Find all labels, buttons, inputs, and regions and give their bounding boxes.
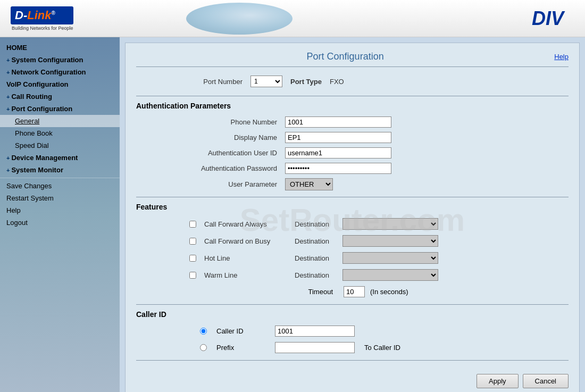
display-name-input[interactable] [285, 132, 391, 143]
content-area: SetRouter.com Port Configuration Help Po… [125, 43, 580, 392]
dest-label-3: Destination [295, 254, 337, 262]
port-type-value: FXO [330, 78, 344, 86]
sidebar-item-help[interactable]: Help [0, 204, 120, 216]
timeout-unit: (In seconds) [370, 288, 408, 296]
warm-line-label: Warm Line [204, 271, 289, 279]
phone-number-input[interactable] [285, 116, 391, 128]
call-forward-always-dest[interactable] [342, 218, 438, 230]
dest-label-2: Destination [295, 237, 337, 245]
sidebar-item-restart-system[interactable]: Restart System [0, 192, 120, 204]
port-number-row: Port Number 1 2 Port Type FXO [136, 71, 569, 91]
button-row: Apply Cancel [136, 369, 569, 388]
warm-line-row: Warm Line Destination [189, 266, 569, 283]
caller-id-section-title: Caller ID [136, 310, 569, 319]
sidebar-item-general[interactable]: General [0, 115, 120, 127]
timeout-row: Timeout (In seconds) [189, 283, 569, 300]
logo-tagline: Building Networks for People [12, 26, 73, 31]
warm-line-checkbox[interactable] [189, 272, 196, 279]
sidebar-item-call-routing[interactable]: +Call Routing [0, 90, 120, 103]
call-forward-always-checkbox[interactable] [189, 221, 196, 228]
hot-line-row: Hot Line Destination [189, 249, 569, 266]
help-link[interactable]: Help [554, 53, 569, 61]
user-parameter-label: User Parameter [136, 180, 285, 188]
phone-number-label: Phone Number [136, 118, 285, 126]
hot-line-dest[interactable] [342, 252, 438, 264]
user-parameter-select[interactable]: OTHER PHONE [285, 178, 333, 190]
logo-wrapper: D-Link® Building Networks for People [11, 6, 73, 31]
cancel-button[interactable]: Cancel [523, 374, 569, 388]
prefix-row: Prefix To Caller ID [136, 339, 569, 356]
auth-password-label: Authentication Password [136, 164, 285, 172]
caller-id-input[interactable] [275, 326, 355, 337]
logo: D-Link® [11, 6, 73, 24]
call-forward-busy-checkbox[interactable] [189, 238, 196, 245]
sidebar-item-save-changes[interactable]: Save Changes [0, 180, 120, 192]
layout: HOME +System Configuration +Network Conf… [0, 37, 585, 392]
hot-line-checkbox[interactable] [189, 255, 196, 262]
sidebar-item-system-monitor[interactable]: +System Monitor [0, 164, 120, 176]
auth-password-input[interactable] [285, 163, 391, 174]
prefix-input[interactable] [275, 342, 355, 353]
header: D-Link® Building Networks for People DIV [0, 0, 585, 37]
call-forward-always-label: Call Forward Always [204, 220, 289, 228]
sidebar-item-phone-book[interactable]: Phone Book [0, 127, 120, 139]
sidebar-item-network-config[interactable]: +Network Configuration [0, 66, 120, 78]
auth-password-row: Authentication Password [136, 161, 569, 176]
port-type-label: Port Type [290, 78, 322, 86]
main-content: SetRouter.com Port Configuration Help Po… [120, 37, 585, 392]
user-parameter-row: User Parameter OTHER PHONE [136, 176, 569, 193]
dest-label-1: Destination [295, 220, 337, 228]
port-number-label: Port Number [136, 78, 243, 86]
auth-section-title: Authentication Parameters [136, 102, 569, 110]
to-caller-id-label: To Caller ID [364, 344, 400, 352]
timeout-label: Timeout [243, 288, 338, 296]
display-name-label: Display Name [136, 134, 285, 141]
call-forward-busy-label: Call Forward on Busy [204, 237, 289, 245]
apply-button[interactable]: Apply [477, 374, 519, 388]
phone-number-row: Phone Number [136, 114, 569, 130]
display-name-row: Display Name [136, 130, 569, 145]
auth-user-id-label: Authentication User ID [136, 149, 285, 157]
sidebar-item-system-config[interactable]: +System Configuration [0, 54, 120, 66]
prefix-radio[interactable] [200, 344, 207, 351]
call-forward-always-row: Call Forward Always Destination [189, 215, 569, 232]
prefix-label: Prefix [216, 344, 259, 352]
auth-user-id-input[interactable] [285, 147, 391, 159]
warm-line-dest[interactable] [342, 269, 438, 281]
header-title: DIV [532, 7, 564, 30]
page-title: Port Configuration [136, 51, 554, 62]
caller-id-radio[interactable] [200, 328, 207, 335]
timeout-input[interactable] [344, 286, 365, 297]
sidebar-item-speed-dial[interactable]: Speed Dial [0, 139, 120, 152]
caller-id-row: Caller ID [136, 323, 569, 339]
caller-id-label: Caller ID [216, 327, 259, 335]
sidebar-item-home[interactable]: HOME [0, 41, 120, 54]
header-globe-decoration [186, 3, 292, 35]
call-forward-busy-row: Call Forward on Busy Destination [189, 232, 569, 249]
call-forward-busy-dest[interactable] [342, 235, 438, 247]
sidebar: HOME +System Configuration +Network Conf… [0, 37, 120, 392]
features-section-title: Features [136, 203, 569, 211]
auth-user-id-row: Authentication User ID [136, 145, 569, 161]
sidebar-item-device-mgmt[interactable]: +Device Management [0, 152, 120, 164]
sidebar-item-voip-config[interactable]: VoIP Configuration [0, 78, 120, 90]
hot-line-label: Hot Line [204, 254, 289, 262]
sidebar-item-port-config[interactable]: +Port Configuration [0, 103, 120, 115]
port-number-select[interactable]: 1 2 [250, 76, 282, 87]
features-list: Call Forward Always Destination Call For… [136, 215, 569, 300]
sidebar-item-logout[interactable]: Logout [0, 216, 120, 229]
dest-label-4: Destination [295, 271, 337, 279]
page-title-bar: Port Configuration Help [136, 51, 569, 62]
